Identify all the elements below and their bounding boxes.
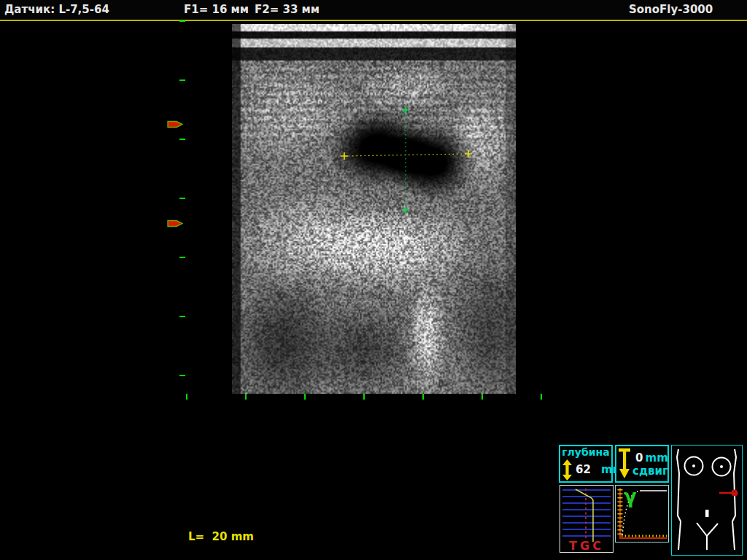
width-ruler-tick: [245, 394, 247, 400]
device-name: SonoFly-3000: [629, 3, 713, 16]
depth-ruler-tick: [179, 20, 185, 22]
focus-zone-marker-icon[interactable]: [167, 217, 183, 225]
width-ruler-tick: [363, 394, 365, 400]
tgc-curve-graph: [560, 486, 613, 542]
width-ruler-tick: [481, 394, 483, 400]
width-ruler-tick: [541, 394, 542, 400]
focus2-readout: F2= 33 мм: [255, 3, 320, 16]
probe-position-marker: [719, 490, 738, 497]
depth-updown-arrow-icon: [562, 459, 572, 481]
tgc-label: TGC: [560, 540, 613, 552]
focus1-readout: F1= 16 мм: [184, 3, 249, 16]
header-divider-line: [0, 20, 747, 21]
depth-ruler-tick: [179, 139, 185, 140]
shift-label: сдвиг: [632, 464, 668, 478]
width-ruler-tick: [422, 394, 424, 400]
ultrasound-image: [232, 24, 516, 394]
shift-down-arrow-icon: [618, 448, 631, 481]
measurement-readout: L= 20 mm L= 16 mm: [188, 500, 254, 560]
body-mark-panel[interactable]: [671, 445, 743, 556]
gamma-curve-panel[interactable]: γ: [615, 485, 669, 542]
focus-zone-marker-icon[interactable]: [167, 117, 183, 125]
depth-ruler-tick: [179, 79, 185, 81]
gamma-symbol: γ: [624, 486, 637, 508]
shift-control-panel[interactable]: 0 mm сдвиг: [615, 445, 669, 483]
depth-value: 62: [576, 463, 591, 476]
width-ruler-tick: [304, 394, 306, 400]
shift-unit: mm: [646, 451, 668, 464]
gamma-curve-graph: γ: [616, 486, 668, 542]
depth-ruler-tick: [179, 316, 185, 317]
status-bar: Датчик: L-7,5-64 F1= 16 мм F2= 33 мм Son…: [0, 0, 747, 20]
depth-ruler-tick: [179, 375, 185, 376]
depth-ruler-tick: [179, 257, 185, 258]
body-mark-torso-icon: [672, 446, 742, 555]
depth-control-panel[interactable]: глубина 62 mm: [559, 445, 613, 483]
tgc-control-panel[interactable]: TGC: [560, 485, 614, 553]
depth-label: глубина: [560, 447, 611, 458]
shift-value: 0: [635, 451, 643, 464]
depth-ruler-tick: [179, 198, 185, 199]
measurement-length-1: L= 20 mm: [188, 529, 254, 544]
width-ruler-tick: [186, 394, 187, 400]
probe-label: Датчик: L-7,5-64: [4, 3, 109, 16]
